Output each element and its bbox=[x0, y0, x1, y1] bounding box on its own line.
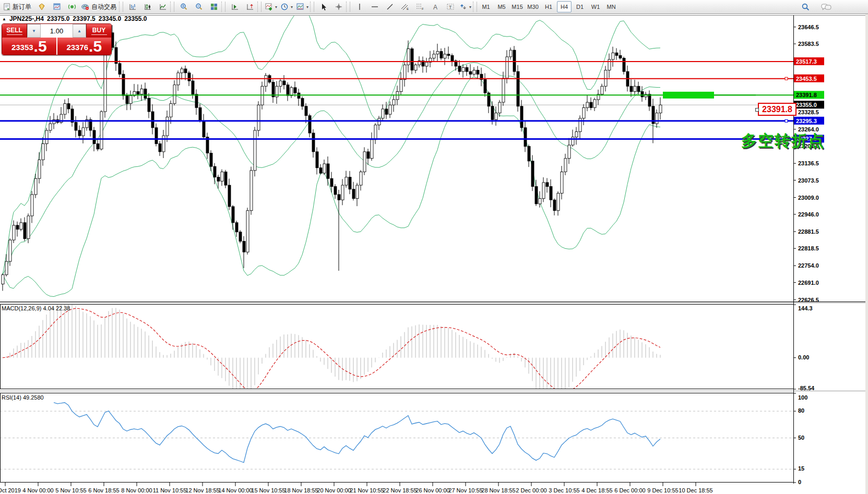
toolbar-separator bbox=[119, 2, 123, 12]
toolbar-separator bbox=[170, 2, 174, 12]
sonar-icon bbox=[68, 3, 76, 11]
gem-icon bbox=[38, 3, 46, 11]
buy-price-main: 23376 bbox=[66, 41, 88, 54]
buy-button[interactable]: BUY bbox=[87, 24, 111, 38]
svg-text:A: A bbox=[433, 4, 437, 11]
indicators-button[interactable]: ▾ bbox=[263, 1, 279, 13]
price-tick: 22754.0 bbox=[798, 262, 819, 269]
ohlc-low: 23345.0 bbox=[99, 15, 121, 22]
text-label-button[interactable]: T bbox=[443, 1, 458, 13]
svg-text:23391.8: 23391.8 bbox=[796, 92, 817, 98]
volume-field[interactable]: 1.00 bbox=[41, 24, 73, 38]
auto-scroll-button[interactable] bbox=[227, 1, 242, 13]
text-button[interactable]: A bbox=[427, 1, 443, 13]
chat-button[interactable] bbox=[818, 1, 834, 13]
buy-price-display[interactable]: 23376 .5 bbox=[57, 38, 112, 55]
time-tick-label: 21 Nov 10:55 bbox=[350, 487, 384, 493]
price-chart-canvas[interactable]: 23646.523583.523328.523264.023201.023136… bbox=[0, 14, 868, 494]
price-tick: 23583.5 bbox=[798, 41, 819, 47]
dropdown-arrow-icon: ▾ bbox=[306, 5, 308, 9]
alerts-button[interactable] bbox=[64, 1, 79, 13]
time-tick-label: 12 Nov 18:55 bbox=[185, 487, 219, 493]
main-toolbar: 新订单 自动交易 bbox=[0, 0, 868, 14]
mt4-terminal: 新订单 自动交易 bbox=[0, 0, 868, 494]
volume-box: ▼ 1.00 ▲ bbox=[27, 24, 87, 38]
line-chart-button[interactable] bbox=[155, 1, 170, 13]
time-tick-label: 28 Nov 18:55 bbox=[481, 487, 515, 493]
toolbar-separator bbox=[346, 2, 350, 12]
candlestick-icon bbox=[144, 3, 152, 11]
bar-chart-icon bbox=[128, 3, 137, 11]
time-tick-label: 11 Nov 10:55 bbox=[153, 487, 187, 493]
ohlc-high: 23397.5 bbox=[73, 15, 95, 22]
price-tick: 23136.5 bbox=[798, 160, 819, 166]
bar-chart-button[interactable] bbox=[125, 1, 140, 13]
collapse-icon[interactable]: ▲ bbox=[2, 17, 6, 21]
macd-tick: 144.3 bbox=[798, 305, 813, 311]
timeframe-group: M1M5M15M30H1H4D1W1MN bbox=[479, 1, 619, 13]
trendline-button[interactable] bbox=[382, 1, 397, 13]
ohlc-close: 23355.0 bbox=[124, 15, 147, 22]
autotrading-label: 自动交易 bbox=[91, 3, 117, 11]
timeframe-mn[interactable]: MN bbox=[604, 1, 619, 13]
timeframe-h1[interactable]: H1 bbox=[541, 1, 556, 13]
equidistant-channel-button[interactable]: E bbox=[397, 1, 412, 13]
time-tick-label: 20 Nov 00:00 bbox=[317, 487, 351, 493]
timeframe-m30[interactable]: M30 bbox=[526, 1, 540, 13]
zoom-out-button[interactable] bbox=[191, 1, 206, 13]
sell-price-display[interactable]: 23353 .5 bbox=[2, 38, 56, 55]
dropdown-arrow-icon: ▾ bbox=[275, 5, 277, 9]
candlestick-button[interactable] bbox=[140, 1, 155, 13]
svg-text:23517.3: 23517.3 bbox=[796, 58, 817, 65]
sell-price-pip: .5 bbox=[34, 39, 47, 54]
vertical-line-button[interactable] bbox=[352, 1, 367, 13]
tile-windows-icon bbox=[210, 3, 218, 11]
timeframe-m15[interactable]: M15 bbox=[510, 1, 525, 13]
cursor-icon bbox=[320, 3, 327, 11]
gem-button[interactable] bbox=[34, 1, 49, 13]
sell-button[interactable]: SELL bbox=[2, 24, 27, 38]
autotrading-button[interactable]: 自动交易 bbox=[79, 1, 119, 13]
cursor-button[interactable] bbox=[316, 1, 331, 13]
chart-ohlc-header: ▲ JPN225-,H4 23375.0 23397.5 23345.0 233… bbox=[2, 15, 147, 22]
price-tick: 22818.5 bbox=[798, 245, 819, 251]
price-tick: 22881.5 bbox=[798, 228, 819, 235]
timeframe-h4[interactable]: H4 bbox=[557, 1, 572, 13]
timeframe-m5[interactable]: M5 bbox=[494, 1, 509, 13]
horizontal-line-button[interactable] bbox=[367, 1, 382, 13]
time-tick-label: 22 Nov 18:55 bbox=[383, 487, 417, 493]
chart-shift-icon bbox=[246, 3, 254, 11]
fibonacci-button[interactable]: F bbox=[412, 1, 427, 13]
turning-point-annotation[interactable]: 多空转折点 bbox=[741, 130, 825, 152]
buy-button-label: BUY bbox=[92, 27, 105, 34]
timeframe-w1[interactable]: W1 bbox=[588, 1, 603, 13]
crosshair-button[interactable] bbox=[331, 1, 346, 13]
price-tick: 22626.5 bbox=[798, 297, 819, 303]
chart-window-button[interactable] bbox=[49, 1, 64, 13]
search-button[interactable] bbox=[798, 1, 813, 13]
volume-increase-button[interactable]: ▲ bbox=[73, 24, 86, 38]
timeframe-m1[interactable]: M1 bbox=[479, 1, 493, 13]
timeframe-d1[interactable]: D1 bbox=[573, 1, 587, 13]
autotrading-icon bbox=[81, 3, 90, 11]
volume-decrease-button[interactable]: ▼ bbox=[27, 24, 41, 38]
rsi-tick: 15 bbox=[798, 465, 804, 472]
templates-button[interactable]: ▾ bbox=[294, 1, 310, 13]
new-order-button[interactable]: 新订单 bbox=[2, 1, 34, 13]
macd-tick: 0.00 bbox=[798, 354, 809, 360]
price-callout-label[interactable]: 23391.8 bbox=[758, 103, 796, 116]
line-handle[interactable] bbox=[755, 108, 759, 112]
text-icon: A bbox=[432, 3, 439, 11]
time-tick-label: 31 Oct 2019 bbox=[0, 487, 21, 493]
arrows-button[interactable]: ▾ bbox=[458, 1, 473, 13]
periods-button[interactable]: ▾ bbox=[279, 1, 294, 13]
one-click-trading-panel: SELL ▼ 1.00 ▲ BUY 23353 .5 bbox=[2, 23, 112, 55]
time-tick-label: 8 Nov 00:00 bbox=[121, 487, 152, 493]
svg-text:T: T bbox=[449, 5, 452, 10]
tile-windows-button[interactable] bbox=[206, 1, 221, 13]
trendline-icon bbox=[386, 3, 394, 11]
time-tick-label: 26 Nov 00:00 bbox=[415, 487, 449, 493]
price-tick: 23328.5 bbox=[798, 109, 819, 115]
zoom-in-button[interactable] bbox=[176, 1, 191, 13]
chart-shift-button[interactable] bbox=[242, 1, 257, 13]
